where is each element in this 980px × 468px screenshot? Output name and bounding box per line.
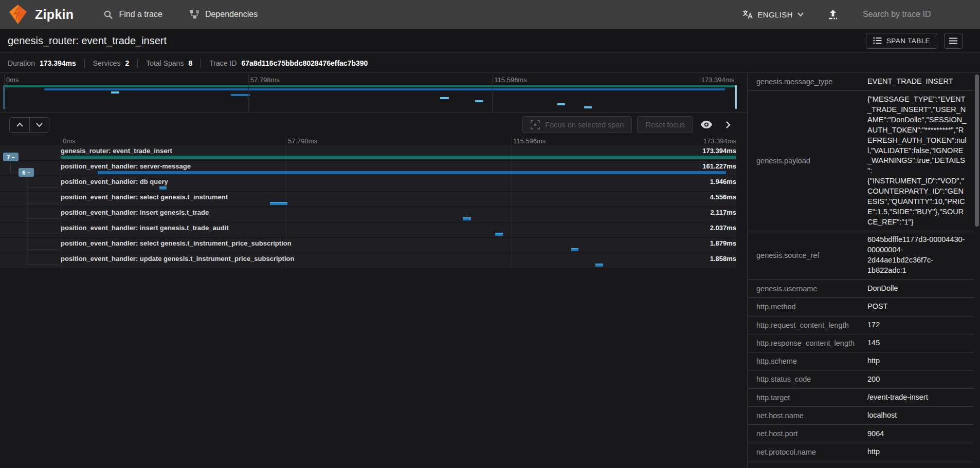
- minimap-span-bar: [231, 94, 250, 96]
- span-row[interactable]: position_event_handler: insert genesis.t…: [0, 207, 736, 222]
- span-row[interactable]: position_event_handler: insert genesis.t…: [0, 222, 736, 238]
- tag-row: genesis.source_ref6045bdfffe1177d3-00004…: [748, 231, 974, 279]
- tag-row: http.status_code200: [748, 370, 974, 388]
- tag-key: genesis.message_type: [756, 77, 859, 87]
- minimap-gridline: [248, 74, 249, 112]
- upload-trace-button[interactable]: [827, 8, 839, 21]
- tree-connector-line: [10, 161, 11, 173]
- navbar-right: ENGLISH: [742, 8, 960, 21]
- brand-name: Zipkin: [35, 7, 74, 22]
- span-nav-arrows: [9, 117, 49, 133]
- tag-value: 172: [867, 320, 967, 330]
- span-bar: [495, 233, 503, 236]
- meta-item-trace-id: Trace ID67a8d116c75bbdc8028476effac7b390: [192, 59, 368, 68]
- span-name: position_event_handler: select genesis.t…: [61, 193, 228, 201]
- span-name: position_event_handler: select genesis.t…: [61, 239, 292, 247]
- collapse-badge-count: 6: [22, 170, 25, 176]
- meta-label: Duration: [8, 59, 35, 67]
- tree-connector-line: [26, 234, 59, 234]
- title-actions: SPAN TABLE: [866, 33, 963, 49]
- toggle-visibility-button[interactable]: [698, 117, 715, 133]
- chevron-right-icon: [725, 121, 731, 129]
- brand[interactable]: Zipkin: [8, 4, 74, 25]
- span-bar: [159, 186, 167, 190]
- collapse-minus-icon: −: [11, 154, 14, 160]
- tag-row: http.schemehttp: [748, 352, 974, 370]
- minimap-bars[interactable]: [4, 85, 736, 110]
- meta-value: 67a8d116c75bbdc8028476effac7b390: [241, 59, 368, 67]
- span-row[interactable]: position_event_handler: select genesis.t…: [0, 238, 736, 253]
- span-row[interactable]: position_event_handler: server-message16…: [0, 161, 736, 176]
- span-row[interactable]: position_event_handler: update genesis.t…: [0, 253, 736, 269]
- tree-connector-line: [26, 218, 59, 219]
- timeline-axis: 0ms57.798ms115.596ms173.394ms: [61, 137, 736, 145]
- tag-value: localhost: [867, 410, 967, 421]
- tag-row: http.methodPOST: [748, 298, 974, 316]
- span-bar: [463, 217, 471, 220]
- nav-dependencies-label: Dependencies: [205, 10, 258, 19]
- timeline-tick-label: 57.798ms: [288, 137, 317, 145]
- minimap-tick-label: 115.596ms: [494, 76, 527, 84]
- collapse-badge[interactable]: 6−: [19, 168, 34, 177]
- span-bar: [270, 202, 288, 205]
- span-table-label: SPAN TABLE: [886, 37, 930, 45]
- tag-key: genesis.username: [756, 284, 859, 294]
- search-by-trace-id-input[interactable]: [863, 10, 960, 19]
- span-name: position_event_handler: db query: [61, 178, 168, 185]
- nav-find-a-trace-label: Find a trace: [119, 10, 162, 19]
- meta-label: Services: [93, 59, 121, 67]
- tag-key: http.method: [756, 302, 859, 312]
- span-name: position_event_handler: server-message: [61, 162, 191, 170]
- span-detail-panel: genesis.message_typeEVENT_TRADE_INSERTge…: [748, 73, 980, 468]
- minimap-tick-label: 57.798ms: [250, 76, 280, 84]
- focus-selected-span-label: Focus on selected span: [545, 121, 624, 129]
- meta-value: 173.394ms: [40, 59, 76, 67]
- tag-row: http.request_content_length172: [748, 316, 974, 334]
- span-duration: 2.037ms: [710, 224, 736, 232]
- tag-row: net.host.port9064: [748, 425, 974, 443]
- trace-menu-button[interactable]: [944, 33, 963, 49]
- reset-focus-button[interactable]: Reset focus: [637, 116, 693, 133]
- tag-value: http: [867, 447, 967, 457]
- translate-icon: [742, 9, 753, 20]
- tag-row: http.response_content_length145: [748, 334, 974, 352]
- span-table-button[interactable]: SPAN TABLE: [866, 33, 937, 49]
- tag-key: http.status_code: [756, 374, 859, 384]
- tag-row: genesis.payload{"MESSAGE_TYPE":"EVENT_TR…: [748, 91, 974, 231]
- collapse-badge[interactable]: 7−: [3, 153, 19, 161]
- prev-span-button[interactable]: [10, 118, 29, 132]
- minimap-tick-label: 0ms: [6, 76, 19, 84]
- span-row[interactable]: position_event_handler: select genesis.t…: [0, 192, 736, 207]
- next-span-button[interactable]: [29, 118, 49, 132]
- timeline-pane: 0ms57.798ms115.596ms173.394ms: [0, 73, 748, 468]
- reset-focus-label: Reset focus: [645, 121, 685, 129]
- search-icon: [103, 10, 113, 20]
- meta-label: Trace ID: [209, 59, 237, 67]
- tree-connector-line: [26, 265, 59, 265]
- timeline-controls: Focus on selected span Reset focus: [0, 113, 736, 137]
- timeline-minimap[interactable]: 0ms57.798ms115.596ms173.394ms: [4, 74, 736, 112]
- meta-item-duration: Duration173.394ms: [8, 59, 76, 67]
- upload-icon: [827, 8, 839, 21]
- span-duration: 2.117ms: [710, 209, 736, 216]
- tag-key: http.scheme: [756, 356, 859, 366]
- span-row[interactable]: genesis_router: event_trade_insert173.39…: [0, 145, 736, 161]
- tag-key: net.host.name: [756, 410, 859, 421]
- collapse-panel-button[interactable]: [720, 117, 736, 133]
- panel-scrollbar-thumb[interactable]: [975, 74, 979, 227]
- timeline-rows: genesis_router: event_trade_insert173.39…: [0, 145, 736, 269]
- focus-selected-span-button[interactable]: Focus on selected span: [522, 116, 632, 133]
- span-duration: 173.394ms: [702, 147, 736, 155]
- span-name: position_event_handler: update genesis.t…: [61, 255, 294, 263]
- tag-value: 9064: [867, 429, 967, 439]
- tag-row: genesis.usernameDonDolle: [748, 280, 974, 298]
- span-bar: [571, 248, 578, 251]
- language-selector[interactable]: ENGLISH: [742, 9, 804, 20]
- nav-find-a-trace[interactable]: Find a trace: [103, 10, 162, 20]
- minimap-span-bar: [44, 88, 725, 90]
- tag-row: http.target/event-trade-insert: [748, 389, 974, 407]
- trace-meta-bar: Duration173.394msServices2Total Spans8Tr…: [0, 53, 980, 73]
- span-duration: 4.556ms: [710, 193, 736, 201]
- span-row[interactable]: position_event_handler: db query1.946ms: [0, 176, 736, 192]
- nav-dependencies[interactable]: Dependencies: [189, 10, 258, 20]
